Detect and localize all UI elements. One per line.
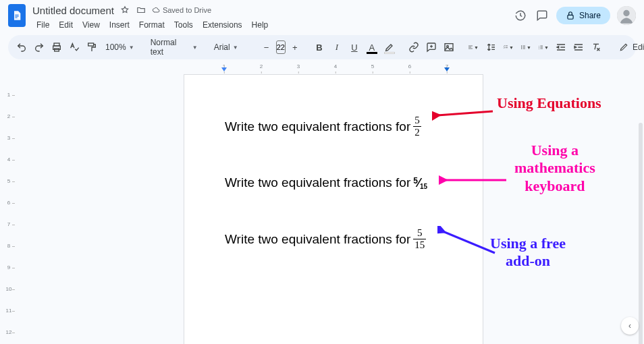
share-button[interactable]: Share (556, 7, 610, 24)
insert-link-button[interactable] (406, 39, 422, 55)
drive-status[interactable]: Saved to Drive (152, 6, 211, 14)
menu-view[interactable]: View (78, 19, 104, 31)
document-page[interactable]: Write two equivalent fractions for 5 2 W… (184, 74, 483, 344)
underline-button[interactable]: U (346, 39, 363, 55)
drive-status-text: Saved to Drive (163, 6, 211, 14)
line-spacing-button[interactable] (483, 39, 499, 55)
menu-edit[interactable]: Edit (55, 19, 77, 31)
style-dropdown[interactable]: Normal text▼ (146, 38, 202, 57)
line-text: Write two equivalent fractions for (225, 175, 410, 190)
move-icon[interactable] (136, 5, 146, 16)
horizontal-ruler[interactable]: 1 2 3 4 5 6 7 (18, 62, 644, 73)
clear-formatting-button[interactable] (588, 39, 604, 55)
editing-label: Editing (633, 42, 644, 52)
history-icon[interactable] (513, 8, 528, 23)
svg-text:3: 3 (539, 48, 540, 49)
svg-rect-3 (568, 15, 573, 19)
toolbar: 100%▼ Normal text▼ Arial▼ − 22 + B I U A… (8, 35, 636, 59)
increase-indent-button[interactable] (570, 39, 587, 55)
svg-rect-9 (88, 43, 94, 46)
menu-insert[interactable]: Insert (105, 19, 134, 31)
comments-icon[interactable] (535, 8, 549, 23)
svg-rect-10 (445, 44, 453, 51)
checklist-button[interactable]: ▼ (500, 39, 516, 55)
share-label: Share (579, 11, 601, 20)
svg-rect-2 (15, 18, 17, 18)
fraction-stacked: 5 15 (413, 228, 426, 250)
menu-bar: File Edit View Insert Format Tools Exten… (32, 18, 513, 32)
font-size-increase[interactable]: + (287, 39, 303, 55)
svg-point-5 (623, 10, 629, 16)
svg-rect-0 (15, 15, 18, 16)
vertical-ruler[interactable]: 1 2 3 4 5 6 7 8 9 10 11 12 (0, 62, 18, 344)
title-area: Untitled document Saved to Drive File Ed… (32, 4, 513, 32)
decrease-indent-button[interactable] (553, 39, 569, 55)
line-text: Write two equivalent fractions for (225, 232, 410, 247)
text-color-button[interactable]: A (364, 39, 380, 55)
vertical-scrollbar[interactable] (639, 123, 643, 344)
line-text: Write two equivalent fractions for (225, 119, 410, 134)
docs-logo[interactable] (8, 4, 26, 27)
highlight-button[interactable] (381, 39, 398, 55)
workspace: 1 2 3 4 5 6 7 8 9 10 11 12 1 2 3 4 5 6 7 (0, 62, 644, 344)
print-button[interactable] (49, 39, 65, 55)
paint-format-button[interactable] (84, 39, 100, 55)
redo-button[interactable] (31, 39, 47, 55)
left-indent-marker[interactable] (221, 67, 227, 71)
menu-file[interactable]: File (32, 19, 53, 31)
font-dropdown[interactable]: Arial▼ (210, 42, 250, 52)
menu-extensions[interactable]: Extensions (198, 19, 246, 31)
svg-point-14 (521, 49, 522, 49)
align-button[interactable]: ▼ (465, 39, 481, 55)
italic-button[interactable]: I (329, 39, 345, 55)
document-line-3[interactable]: Write two equivalent fractions for 5 15 (225, 228, 456, 250)
document-title[interactable]: Untitled document (32, 5, 114, 16)
editing-mode-dropdown[interactable]: Editing ▼ (612, 42, 644, 52)
svg-point-13 (521, 47, 522, 48)
menu-tools[interactable]: Tools (170, 19, 197, 31)
toolbar-container: 100%▼ Normal text▼ Arial▼ − 22 + B I U A… (0, 32, 644, 62)
menu-help[interactable]: Help (248, 19, 273, 31)
bulleted-list-button[interactable]: ▼ (518, 39, 534, 55)
spellcheck-button[interactable] (66, 39, 82, 55)
numbered-list-button[interactable]: 123▼ (535, 39, 552, 55)
document-line-2[interactable]: Write two equivalent fractions for 5⁄15 (225, 175, 456, 190)
font-size-decrease[interactable]: − (259, 39, 275, 55)
fraction-glyph: 5⁄15 (413, 176, 427, 190)
zoom-dropdown[interactable]: 100%▼ (101, 42, 138, 52)
bold-button[interactable]: B (311, 39, 327, 55)
add-comment-button[interactable] (423, 39, 439, 55)
document-canvas[interactable]: 1 2 3 4 5 6 7 Write two equivalent fract… (18, 62, 644, 344)
explore-fab[interactable]: ‹ (621, 317, 639, 335)
star-icon[interactable] (119, 5, 130, 16)
right-indent-marker[interactable] (444, 67, 450, 71)
document-content[interactable]: Write two equivalent fractions for 5 2 W… (184, 75, 483, 277)
insert-image-button[interactable] (441, 39, 457, 55)
fraction-stacked: 5 2 (413, 115, 421, 138)
title-bar: Untitled document Saved to Drive File Ed… (0, 0, 644, 32)
font-size-input[interactable]: 22 (276, 40, 286, 54)
avatar[interactable] (617, 6, 636, 25)
menu-format[interactable]: Format (135, 19, 169, 31)
undo-button[interactable] (14, 39, 30, 55)
document-line-1[interactable]: Write two equivalent fractions for 5 2 (225, 115, 456, 138)
svg-rect-1 (15, 16, 18, 17)
svg-point-12 (521, 46, 522, 47)
